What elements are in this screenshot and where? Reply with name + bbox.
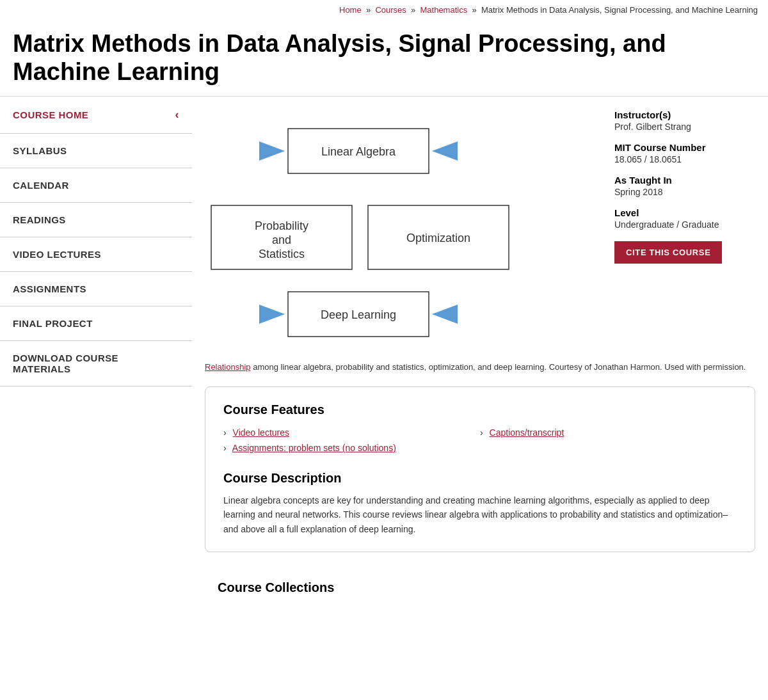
breadcrumb: Home » Courses » Mathematics » Matrix Me… bbox=[0, 0, 768, 20]
breadcrumb-current: Matrix Methods in Data Analysis, Signal … bbox=[481, 5, 758, 15]
svg-text:Probability: Probability bbox=[255, 219, 308, 232]
page-title-area: Matrix Methods in Data Analysis, Signal … bbox=[0, 20, 768, 97]
sidebar-item-syllabus[interactable]: SYLLABUS bbox=[0, 134, 192, 168]
sidebar: COURSE HOME ‹ SYLLABUS CALENDAR READINGS… bbox=[0, 97, 192, 386]
sidebar-label-download-materials: DOWNLOAD COURSE MATERIALS bbox=[13, 353, 179, 374]
main-layout: COURSE HOME ‹ SYLLABUS CALENDAR READINGS… bbox=[0, 97, 768, 621]
sidebar-label-video-lectures: VIDEO LECTURES bbox=[13, 249, 101, 260]
svg-text:and: and bbox=[272, 234, 291, 246]
sidebar-label-syllabus: SYLLABUS bbox=[13, 145, 67, 156]
content-area: Linear Algebra Probability and Statistic… bbox=[192, 97, 768, 621]
feature-captions: Captions/transcript bbox=[480, 427, 737, 438]
breadcrumb-home[interactable]: Home bbox=[339, 5, 362, 15]
sidebar-label-course-home: COURSE HOME bbox=[13, 109, 88, 120]
course-number-label: MIT Course Number bbox=[614, 142, 755, 153]
sidebar-label-final-project: FINAL PROJECT bbox=[13, 318, 93, 329]
features-links: Video lectures Assignments: problem sets… bbox=[223, 427, 737, 458]
sidebar-item-final-project[interactable]: FINAL PROJECT bbox=[0, 306, 192, 341]
captions-link[interactable]: Captions/transcript bbox=[490, 427, 564, 438]
caption-text-body: among linear algebra, probability and st… bbox=[251, 362, 746, 372]
caption: Relationship among linear algebra, proba… bbox=[205, 361, 755, 374]
meta-info: Instructor(s) Prof. Gilbert Strang MIT C… bbox=[614, 109, 755, 348]
feature-video-lectures: Video lectures bbox=[223, 427, 480, 438]
taught-in-label: As Taught In bbox=[614, 175, 755, 186]
course-description-heading: Course Description bbox=[223, 471, 737, 486]
course-diagram: Linear Algebra Probability and Statistic… bbox=[205, 109, 518, 346]
sidebar-label-readings: READINGS bbox=[13, 214, 66, 225]
course-collections-heading: Course Collections bbox=[218, 580, 742, 595]
svg-text:Statistics: Statistics bbox=[259, 248, 305, 260]
sidebar-item-assignments[interactable]: ASSIGNMENTS bbox=[0, 272, 192, 306]
level-label: Level bbox=[614, 207, 755, 218]
page-title: Matrix Methods in Data Analysis, Signal … bbox=[13, 30, 755, 86]
breadcrumb-mathematics[interactable]: Mathematics bbox=[420, 5, 467, 15]
caption-link[interactable]: Relationship bbox=[205, 362, 251, 372]
diagram-area: Linear Algebra Probability and Statistic… bbox=[205, 109, 595, 348]
svg-text:Deep Learning: Deep Learning bbox=[321, 308, 396, 321]
sidebar-item-download-materials[interactable]: DOWNLOAD COURSE MATERIALS bbox=[0, 341, 192, 386]
course-collections: Course Collections bbox=[205, 568, 755, 608]
sidebar-label-calendar: CALENDAR bbox=[13, 180, 69, 191]
svg-text:Optimization: Optimization bbox=[406, 232, 470, 244]
chevron-icon: ‹ bbox=[175, 108, 179, 122]
course-description-text: Linear algebra concepts are key for unde… bbox=[223, 493, 737, 536]
svg-marker-12 bbox=[259, 305, 285, 324]
breadcrumb-courses[interactable]: Courses bbox=[375, 5, 406, 15]
svg-marker-2 bbox=[259, 141, 285, 161]
svg-marker-3 bbox=[432, 141, 458, 161]
cite-button[interactable]: CITE THIS COURSE bbox=[614, 241, 722, 264]
course-description: Course Description Linear algebra concep… bbox=[223, 471, 737, 536]
svg-text:Linear Algebra: Linear Algebra bbox=[321, 145, 396, 158]
sidebar-item-course-home[interactable]: COURSE HOME ‹ bbox=[0, 97, 192, 134]
top-section: Linear Algebra Probability and Statistic… bbox=[205, 109, 755, 348]
video-lectures-link[interactable]: Video lectures bbox=[233, 427, 289, 438]
instructors-label: Instructor(s) bbox=[614, 109, 755, 120]
feature-assignments: Assignments: problem sets (no solutions) bbox=[223, 443, 480, 453]
svg-marker-13 bbox=[432, 305, 458, 324]
sidebar-item-calendar[interactable]: CALENDAR bbox=[0, 168, 192, 203]
taught-in-value: Spring 2018 bbox=[614, 187, 755, 197]
sidebar-item-readings[interactable]: READINGS bbox=[0, 203, 192, 237]
instructors-value: Prof. Gilbert Strang bbox=[614, 122, 755, 132]
sidebar-item-video-lectures[interactable]: VIDEO LECTURES bbox=[0, 237, 192, 272]
assignments-link[interactable]: Assignments: problem sets (no solutions) bbox=[232, 443, 396, 453]
course-number-value: 18.065 / 18.0651 bbox=[614, 154, 755, 164]
course-features-heading: Course Features bbox=[223, 402, 737, 417]
level-value: Undergraduate / Graduate bbox=[614, 219, 755, 230]
features-col-left: Video lectures Assignments: problem sets… bbox=[223, 427, 480, 458]
features-col-right: Captions/transcript bbox=[480, 427, 737, 458]
sidebar-label-assignments: ASSIGNMENTS bbox=[13, 283, 86, 294]
course-features-box: Course Features Video lectures Assignmen… bbox=[205, 386, 755, 552]
